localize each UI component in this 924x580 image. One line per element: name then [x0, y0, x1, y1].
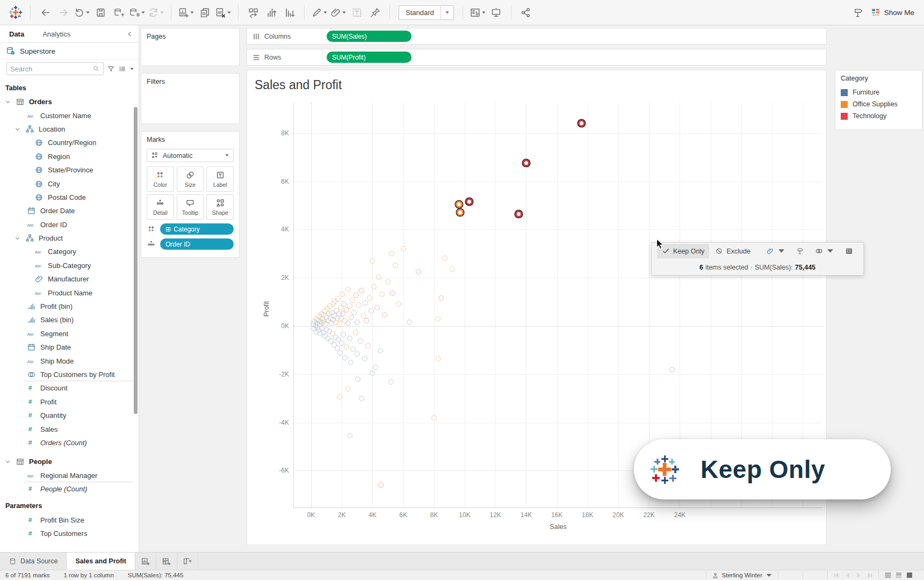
scatter-mark[interactable]	[369, 308, 374, 314]
scatter-mark[interactable]	[356, 302, 362, 308]
swap-axes-button[interactable]	[245, 4, 261, 20]
scatter-mark[interactable]	[341, 301, 346, 307]
field-row[interactable]: AbcCategory	[0, 245, 139, 258]
scatter-mark[interactable]	[355, 376, 360, 382]
field-row[interactable]: Order Date	[0, 204, 139, 218]
field-row[interactable]: Ship Date	[0, 340, 139, 354]
exclude-menu-item[interactable]: Exclude	[710, 244, 755, 258]
size-shelf-button[interactable]: Size	[177, 166, 204, 192]
pill-sumprofit[interactable]: SUM(Profit)	[327, 52, 412, 63]
tooltip-flag-menu-item[interactable]	[791, 244, 809, 258]
scatter-mark[interactable]	[396, 301, 401, 307]
scatter-mark[interactable]	[450, 266, 455, 272]
scatter-mark[interactable]	[351, 310, 357, 315]
scatter-mark[interactable]	[355, 320, 360, 325]
field-row[interactable]: City	[0, 177, 139, 190]
new-worksheet-button[interactable]	[178, 4, 194, 20]
show-hide-cards-button[interactable]	[470, 4, 486, 20]
nav-last-button[interactable]	[867, 572, 873, 578]
scatter-mark-selected[interactable]	[466, 198, 473, 205]
redo-arrow-button[interactable]	[55, 4, 71, 20]
grid-tabs-button[interactable]	[884, 571, 892, 579]
data-pane-tab-data[interactable]: Data	[0, 25, 33, 42]
field-row[interactable]: State/Province	[0, 163, 139, 177]
pill-category[interactable]: ⊞Category	[160, 223, 234, 235]
scatter-mark-selected[interactable]	[515, 211, 522, 218]
scatter-mark-selected[interactable]	[456, 201, 463, 208]
tab-data-source[interactable]: Data Source	[0, 553, 67, 570]
field-options-caret[interactable]	[129, 67, 134, 71]
nav-next-button[interactable]	[856, 572, 862, 578]
scatter-mark[interactable]	[350, 298, 355, 303]
scatter-mark[interactable]	[379, 292, 385, 297]
chevron-down-icon[interactable]	[14, 126, 21, 133]
scatter-mark-selected[interactable]	[457, 209, 464, 216]
view-as-list-button[interactable]	[118, 65, 126, 73]
field-row[interactable]: AbcSub-Category	[0, 259, 139, 272]
new-worksheet-tab-button[interactable]	[135, 553, 156, 570]
scatter-mark[interactable]	[416, 269, 421, 274]
scatter-mark[interactable]	[371, 284, 377, 289]
scatter-mark[interactable]	[442, 256, 447, 261]
scatter-mark[interactable]	[435, 316, 441, 322]
field-row[interactable]: #Orders (Count)	[0, 436, 139, 450]
pause-updates-button[interactable]	[129, 4, 146, 20]
field-row[interactable]: #Profit Bin Size	[0, 513, 139, 526]
highlight-pen-button[interactable]	[311, 4, 328, 20]
scatter-mark[interactable]	[345, 386, 351, 392]
field-row[interactable]: Product	[0, 231, 139, 245]
field-row[interactable]: Postal Code	[0, 191, 139, 204]
scatter-mark[interactable]	[385, 279, 391, 285]
fix-axes-button[interactable]	[367, 4, 383, 20]
scatter-mark[interactable]	[431, 415, 437, 421]
scatter-mark[interactable]	[341, 332, 346, 337]
field-row[interactable]: #Top Customers	[0, 527, 139, 540]
show-mark-labels-button[interactable]	[349, 4, 365, 20]
columns-shelf[interactable]: Columns SUM(Sales)	[247, 28, 827, 45]
chevron-down-icon[interactable]	[4, 98, 11, 105]
field-row[interactable]: #Discount	[0, 381, 139, 395]
label-shelf-button[interactable]: Label	[206, 166, 234, 192]
legend-item[interactable]: Furniture	[841, 86, 916, 98]
sort-ascending-button[interactable]	[263, 4, 279, 20]
field-row[interactable]: AbcSegment	[0, 327, 139, 340]
nav-prev-button[interactable]	[844, 572, 850, 578]
scatter-mark[interactable]	[378, 482, 384, 488]
datasource-row[interactable]: Superstore	[0, 43, 139, 60]
scatter-mark[interactable]	[669, 367, 675, 372]
filter-fields-button[interactable]	[107, 65, 115, 73]
scatter-mark[interactable]	[353, 330, 358, 335]
scatter-mark-selected[interactable]	[523, 160, 530, 166]
legend-item[interactable]: Technology	[841, 110, 916, 122]
scatter-mark[interactable]	[365, 343, 371, 349]
replay-button[interactable]	[74, 4, 90, 20]
grid-film-button[interactable]	[895, 571, 903, 579]
scatter-mark[interactable]	[388, 379, 394, 385]
scatter-mark[interactable]	[344, 344, 349, 350]
scatter-mark[interactable]	[401, 246, 406, 251]
scatter-mark[interactable]	[347, 433, 352, 438]
scatter-mark[interactable]	[373, 365, 378, 370]
scatter-mark[interactable]	[335, 296, 341, 302]
user-dropdown[interactable]: Sterling Winter	[706, 570, 778, 580]
field-row[interactable]: Location	[0, 122, 139, 136]
field-row[interactable]: AbcProduct Name	[0, 286, 139, 299]
scatter-mark[interactable]	[347, 336, 352, 341]
tooltip-flag-button[interactable]	[850, 4, 867, 20]
scatter-mark[interactable]	[370, 258, 375, 264]
scatter-mark[interactable]	[370, 371, 375, 376]
rows-shelf[interactable]: Rows SUM(Profit)	[247, 49, 827, 66]
scatter-mark[interactable]	[393, 263, 398, 268]
tooltip-shelf-button[interactable]: Tooltip	[177, 194, 204, 220]
legend-item[interactable]: Office Supplies	[841, 98, 916, 110]
clear-sheet-button[interactable]	[215, 4, 232, 20]
field-row[interactable]: AbcOrder ID	[0, 218, 139, 231]
fit-mode-select[interactable]: Standard	[399, 5, 454, 20]
field-row[interactable]: Country/Region	[0, 136, 139, 149]
pages-card[interactable]: Pages	[141, 28, 240, 66]
scatter-mark[interactable]	[359, 288, 364, 293]
scatter-mark[interactable]	[436, 356, 441, 361]
scatter-mark[interactable]	[390, 291, 395, 296]
scatter-mark[interactable]	[350, 346, 356, 352]
scatter-mark[interactable]	[364, 318, 369, 323]
